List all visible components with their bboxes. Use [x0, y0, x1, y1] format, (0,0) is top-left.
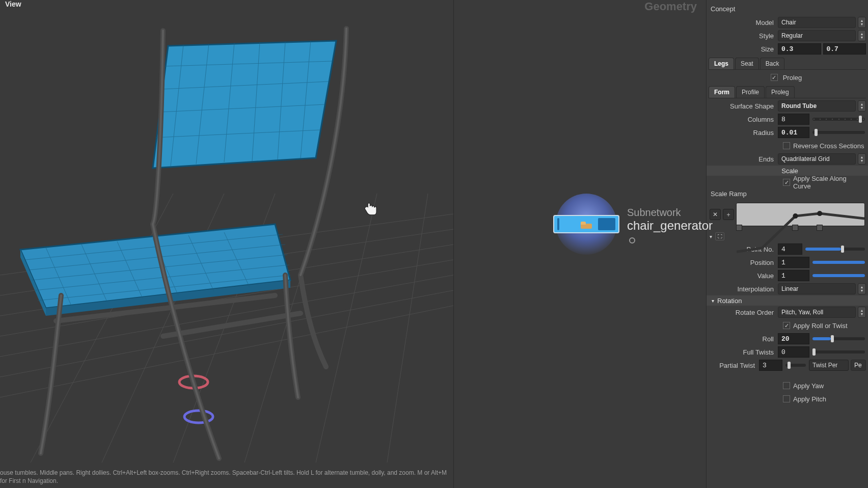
tab-back[interactable]: Back — [760, 58, 785, 69]
svg-marker-29 — [153, 41, 336, 168]
apply-pitch-checkbox[interactable] — [783, 395, 790, 402]
surface-shape-value: Round Tube — [781, 102, 817, 110]
fpp-tabs: Form Profile Proleg — [709, 86, 866, 98]
size-field-a[interactable]: 0.3 — [778, 43, 821, 55]
twist-per-label: Twist Per — [809, 360, 849, 371]
ramp-add-button[interactable]: ＋ — [723, 209, 734, 220]
ramp-handle[interactable] — [736, 225, 742, 231]
reverse-cross-checkbox[interactable] — [783, 142, 790, 149]
tab-profile[interactable]: Profile — [736, 86, 765, 98]
apply-scale-checkbox[interactable] — [783, 179, 790, 186]
chevron-down-icon[interactable]: ▾ — [710, 234, 712, 239]
rotate-order-label: Rotate Order — [707, 309, 778, 316]
updown-icon[interactable]: ▲▼ — [858, 283, 866, 294]
ramp-handle[interactable] — [817, 225, 823, 231]
folder-icon — [581, 220, 592, 229]
columns-field[interactable]: 8 — [778, 114, 809, 125]
proleg-label: Proleg — [783, 74, 802, 82]
apply-roll-checkbox[interactable] — [783, 322, 790, 329]
columns-label: Columns — [707, 116, 778, 123]
interpolation-value: Linear — [781, 285, 798, 292]
point-no-slider[interactable] — [805, 248, 865, 251]
node-type-label: Subnetwork — [627, 207, 713, 219]
radius-label: Radius — [707, 129, 778, 137]
twist-per-select[interactable]: Pe — [851, 360, 866, 371]
rotate-order-select[interactable]: Pitch, Yaw, Roll — [778, 307, 856, 318]
ramp-canvas[interactable] — [736, 203, 865, 226]
ramp-zoom-icon[interactable]: ⛶ — [715, 232, 724, 240]
partial-twist-label: Partial Twist — [707, 362, 759, 369]
value-label: Value — [707, 272, 778, 280]
ends-select[interactable]: Quadrilateral Grid — [778, 153, 856, 165]
position-slider[interactable] — [812, 261, 865, 264]
svg-line-12 — [387, 194, 428, 463]
radius-field[interactable]: 0.01 — [778, 127, 809, 138]
surface-shape-select[interactable]: Round Tube — [778, 100, 856, 112]
size-field-b[interactable]: 0.7 — [823, 43, 866, 55]
svg-point-41 — [817, 211, 822, 216]
tab-legs[interactable]: Legs — [709, 58, 734, 69]
viewport-canvas[interactable] — [0, 10, 453, 463]
surface-shape-label: Surface Shape — [707, 102, 778, 110]
svg-line-7 — [31, 194, 173, 463]
apply-scale-label: Apply Scale Along Curve — [793, 175, 866, 190]
ramp-handle[interactable] — [792, 225, 798, 231]
updown-icon[interactable]: ▲▼ — [858, 100, 866, 112]
partial-twist-slider[interactable] — [785, 364, 806, 367]
interpolation-label: Interpolation — [707, 285, 778, 293]
viewport-panel[interactable]: View — [0, 0, 453, 488]
parameter-panel[interactable]: Concept Model Chair ▲▼ Style Regular ▲▼ … — [706, 0, 868, 488]
tab-form[interactable]: Form — [709, 86, 735, 98]
node-tile[interactable] — [553, 215, 619, 233]
partial-twist-field[interactable]: 3 — [759, 360, 782, 371]
network-context-label: Geometry — [644, 0, 697, 13]
network-panel[interactable]: Geometry Subnetwork chair_generator — [453, 0, 706, 488]
twist-per-value: Pe — [854, 362, 862, 369]
viewport-title: View — [5, 0, 21, 8]
apply-yaw-label: Apply Yaw — [793, 382, 824, 390]
apply-roll-label: Apply Roll or Twist — [793, 322, 848, 330]
updown-icon[interactable]: ▲▼ — [858, 153, 866, 165]
svg-line-11 — [316, 194, 377, 463]
viewport-help-text: ouse tumbles. Middle pans. Right dollies… — [0, 469, 448, 485]
ends-value: Quadrilateral Grid — [781, 155, 830, 162]
roll-field[interactable]: 20 — [778, 333, 809, 344]
updown-icon[interactable]: ▲▼ — [858, 17, 866, 28]
full-twists-field[interactable]: 0 — [778, 346, 809, 358]
columns-slider[interactable] — [812, 118, 865, 121]
rotation-header-label: Rotation — [717, 297, 742, 305]
svg-point-40 — [793, 213, 798, 219]
radius-slider[interactable] — [812, 131, 865, 134]
node-chair-generator[interactable]: Subnetwork chair_generator — [556, 194, 617, 255]
rotate-order-value: Pitch, Yaw, Roll — [781, 309, 823, 316]
model-select[interactable]: Chair — [778, 17, 856, 28]
tab-seat[interactable]: Seat — [735, 58, 759, 69]
svg-point-14 — [184, 411, 213, 423]
ends-label: Ends — [707, 155, 778, 163]
full-twists-label: Full Twists — [707, 348, 778, 356]
apply-yaw-checkbox[interactable] — [783, 382, 790, 389]
updown-icon[interactable]: ▲▼ — [858, 307, 866, 318]
scale-ramp-label: Scale Ramp — [707, 189, 868, 201]
scale-header: Scale — [707, 166, 868, 176]
value-slider[interactable] — [812, 274, 865, 277]
tab-proleg[interactable]: Proleg — [766, 86, 795, 98]
apply-pitch-label: Apply Pitch — [793, 395, 826, 403]
size-label: Size — [707, 45, 778, 53]
node-flag-icon[interactable] — [629, 237, 635, 243]
roll-slider[interactable] — [812, 337, 865, 340]
part-tabs: Legs Seat Back — [709, 58, 866, 70]
updown-icon[interactable]: ▲▼ — [858, 30, 866, 41]
interpolation-select[interactable]: Linear — [778, 283, 856, 294]
full-twists-slider[interactable] — [812, 350, 865, 354]
style-value: Regular — [781, 32, 803, 39]
value-field[interactable]: 1 — [778, 270, 809, 281]
roll-label: Roll — [707, 335, 778, 343]
node-name-label: chair_generator — [627, 219, 713, 233]
concept-header: Concept — [707, 2, 868, 16]
node-circle-bg — [556, 194, 617, 255]
proleg-checkbox[interactable] — [771, 74, 778, 81]
style-label: Style — [707, 32, 778, 40]
style-select[interactable]: Regular — [778, 30, 856, 41]
rotation-header[interactable]: Rotation — [707, 295, 868, 306]
